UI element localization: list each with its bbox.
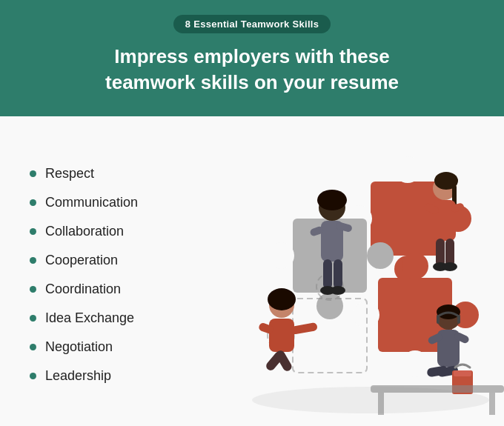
skill-label: Respect xyxy=(45,166,94,182)
skill-item: Leadership xyxy=(30,362,185,390)
svg-rect-58 xyxy=(489,393,495,415)
svg-rect-24 xyxy=(323,259,332,289)
skill-item: Communication xyxy=(30,188,185,217)
skill-bullet xyxy=(30,199,36,206)
skill-item: Respect xyxy=(30,159,185,188)
svg-rect-25 xyxy=(334,259,342,289)
skill-bullet xyxy=(30,170,36,177)
svg-point-7 xyxy=(367,242,394,269)
skills-list: RespectCommunicationCollaborationCoopera… xyxy=(0,124,200,426)
skill-label: Communication xyxy=(45,195,138,210)
skill-item: Collaboration xyxy=(30,217,185,246)
svg-point-20 xyxy=(317,190,347,210)
skill-label: Collaboration xyxy=(45,224,124,239)
skill-item: Cooperation xyxy=(30,246,185,275)
skill-item: Coordination xyxy=(30,275,185,304)
skill-label: Negotiation xyxy=(45,339,113,355)
skill-bullet xyxy=(30,373,36,379)
skill-item: Negotiation xyxy=(30,333,185,362)
svg-point-12 xyxy=(402,253,428,279)
card: 8 Essential Teamwork Skills Impress empl… xyxy=(0,0,504,426)
svg-rect-40 xyxy=(269,319,294,352)
skill-bullet xyxy=(30,257,36,264)
svg-point-37 xyxy=(442,262,457,271)
svg-point-15 xyxy=(353,302,379,328)
skill-bullet xyxy=(30,228,36,235)
skill-bullet xyxy=(30,344,36,350)
headline: Impress employers with these teamwork sk… xyxy=(105,44,399,96)
svg-rect-56 xyxy=(371,385,504,393)
skill-label: Cooperation xyxy=(45,253,118,268)
header: 8 Essential Teamwork Skills Impress empl… xyxy=(0,0,504,116)
illustration xyxy=(200,124,504,426)
headline-line2: teamwork skills on your resume xyxy=(105,71,399,93)
content-area: RespectCommunicationCollaborationCoopera… xyxy=(0,116,504,426)
svg-rect-55 xyxy=(454,370,471,376)
skill-item: Idea Exchange xyxy=(30,304,185,333)
svg-rect-57 xyxy=(378,393,384,415)
svg-point-27 xyxy=(331,286,345,295)
svg-rect-43 xyxy=(291,322,317,335)
svg-point-39 xyxy=(268,288,296,310)
skill-label: Coordination xyxy=(45,282,121,297)
svg-point-9 xyxy=(268,242,294,269)
svg-point-14 xyxy=(402,350,428,377)
svg-point-4 xyxy=(394,156,421,183)
skill-bullet xyxy=(30,286,36,293)
skill-label: Idea Exchange xyxy=(45,310,134,326)
skill-label: Leadership xyxy=(45,368,111,384)
headline-line1: Impress employers with these xyxy=(114,45,389,67)
skill-bullet xyxy=(30,315,36,322)
badge-label: 8 Essential Teamwork Skills xyxy=(173,15,331,33)
